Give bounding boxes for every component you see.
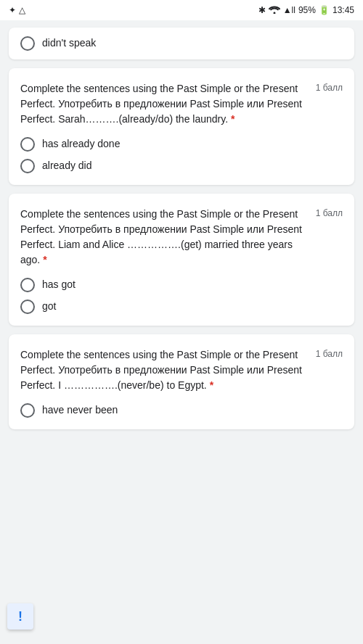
- notification-icon: △: [19, 5, 25, 15]
- radio-q3o1[interactable]: [20, 403, 35, 418]
- question-card-1: Complete the sentences using the Past Si…: [9, 68, 354, 185]
- required-star-2: *: [43, 254, 46, 265]
- option-label-q2o2: got: [42, 300, 56, 314]
- option-label-q1o2: already did: [42, 159, 92, 173]
- time-display: 13:45: [333, 5, 354, 15]
- status-bar: ✦ △ ✱ ▲ll 95% 🔋 13:45: [0, 0, 363, 20]
- radio-q2o2[interactable]: [20, 300, 35, 314]
- wifi-icon: [269, 5, 280, 16]
- required-star-1: *: [231, 113, 234, 125]
- options-list-3: have never been: [20, 403, 343, 418]
- question-card-3: Complete the sentences using the Past Si…: [9, 334, 354, 429]
- option-label-q1o1: has already done: [42, 137, 120, 152]
- question-points-2: 1 балл: [316, 208, 343, 218]
- battery-percentage: 95%: [298, 5, 316, 15]
- status-bar-left: ✦ △: [9, 5, 25, 15]
- radio-button-partial[interactable]: [20, 36, 35, 51]
- partial-option-label: didn't speak: [42, 36, 96, 51]
- question-header-1: Complete the sentences using the Past Si…: [20, 81, 343, 127]
- required-star-3: *: [210, 379, 213, 391]
- partial-option-item[interactable]: didn't speak: [20, 36, 343, 51]
- signal-bars: ▲ll: [283, 5, 295, 15]
- question-text-1: Complete the sentences using the Past Si…: [20, 81, 310, 127]
- radio-q2o1[interactable]: [20, 278, 35, 292]
- question-card-2: Complete the sentences using the Past Si…: [9, 194, 354, 326]
- question-points-1: 1 балл: [316, 83, 343, 93]
- option-item-q3o1[interactable]: have never been: [20, 403, 343, 418]
- page-content: didn't speak Complete the sentences usin…: [0, 20, 363, 437]
- battery-icon: 🔋: [319, 5, 330, 15]
- question-text-3: Complete the sentences using the Past Si…: [20, 347, 310, 393]
- alert-icon: !: [18, 609, 23, 624]
- question-header-3: Complete the sentences using the Past Si…: [20, 347, 343, 393]
- option-item-q1o2[interactable]: already did: [20, 159, 343, 173]
- bluetooth-status: ✱: [258, 5, 266, 15]
- status-bar-right: ✱ ▲ll 95% 🔋 13:45: [258, 5, 354, 16]
- question-text-2: Complete the sentences using the Past Si…: [20, 207, 310, 268]
- radio-q1o1[interactable]: [20, 137, 35, 152]
- option-item-q2o2[interactable]: got: [20, 300, 343, 314]
- partial-question-card: didn't speak: [9, 28, 354, 59]
- option-item-q1o1[interactable]: has already done: [20, 137, 343, 152]
- option-label-q2o1: has got: [42, 278, 76, 292]
- question-points-3: 1 балл: [316, 349, 343, 359]
- radio-q1o2[interactable]: [20, 159, 35, 173]
- option-label-q3o1: have never been: [42, 403, 118, 418]
- option-item-q2o1[interactable]: has got: [20, 278, 343, 292]
- bluetooth-icon: ✦: [9, 5, 16, 15]
- options-list-1: has already done already did: [20, 137, 343, 173]
- question-header-2: Complete the sentences using the Past Si…: [20, 207, 343, 268]
- options-list-2: has got got: [20, 278, 343, 314]
- alert-button[interactable]: !: [7, 603, 33, 629]
